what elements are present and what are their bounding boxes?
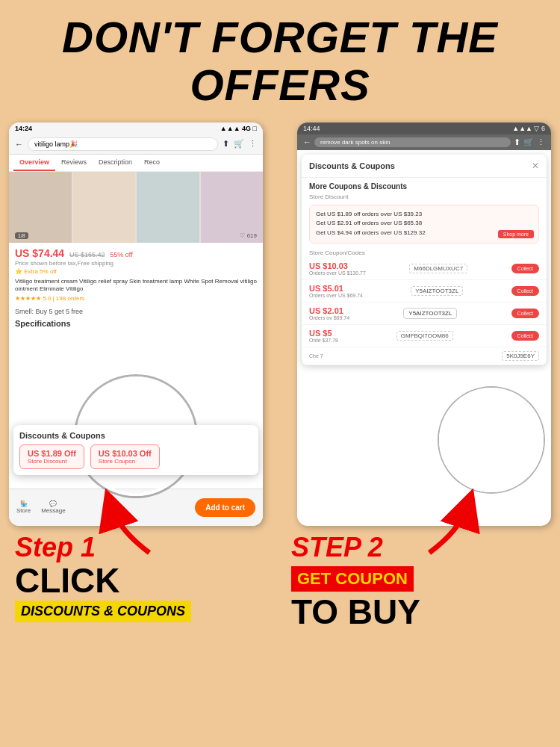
discount-pill-2[interactable]: US $10.03 Off Store Coupon	[90, 444, 160, 469]
phone2-signal: ▲▲▲ ▽ 6	[512, 125, 545, 132]
share-icon[interactable]: ⬆	[223, 139, 229, 149]
coupon4-condition: Orde $37.78	[309, 338, 338, 343]
discount2-amount: US $10.03 Off	[99, 449, 152, 458]
modal-close-icon[interactable]: ✕	[532, 161, 539, 171]
product-desc: Vitiligo treatment cream Vitiligo relief…	[15, 278, 257, 294]
img-week1	[73, 172, 136, 243]
product-price: US $74.44	[15, 247, 64, 259]
step2-sub: TO BUY	[291, 592, 545, 632]
discount-row-1: Get US $1.89 off orders over US $39.23	[316, 210, 532, 220]
discount-popup[interactable]: Discounts & Coupons US $1.89 Off Store D…	[13, 425, 258, 475]
product-price-orig: US $165.42	[69, 251, 105, 258]
coupon-row-2: US $5.01 Orders over US $69.74 Y5AIZTOOT…	[302, 280, 547, 303]
heart-count: ♡ 619	[240, 232, 257, 239]
phone2-searchbar: ← remove dark spots on skin ⬆ 🛒 ⋮	[297, 134, 551, 150]
phone1-time: 14:24	[15, 125, 32, 132]
phone1-nav: Overview Reviews Description Reco	[9, 155, 263, 172]
phone2-mockup: 14:44 ▲▲▲ ▽ 6 ← remove dark spots on ski…	[297, 123, 551, 526]
phone2-search-pill[interactable]: remove dark spots on skin	[314, 137, 511, 147]
search-pill[interactable]: vitiligo lamp🎉	[28, 137, 218, 151]
spec-label: Specifications	[9, 317, 263, 330]
phone1-status-bar: 14:24 ▲▲▲ 4G □	[9, 123, 263, 134]
coupon2-condition: Orders over US $69.74	[309, 293, 363, 298]
headline: DON'T FORGET THE OFFERS	[0, 0, 560, 117]
coupon1-collect-button[interactable]: Collect	[511, 264, 539, 273]
product-shipping: Price shown before tax,Free shipping	[15, 260, 257, 267]
store-discount-box: Get US $1.89 off orders over US $39.23 G…	[309, 205, 539, 244]
coupon2-code: Y5AIZTOOT3ZL	[411, 286, 463, 296]
coupon2-collect-button[interactable]: Collect	[511, 286, 539, 296]
coupon1-amount: US $10.03	[309, 261, 366, 270]
modal-title: Discounts & Coupons	[309, 161, 395, 170]
discount1-type: Store Discount	[28, 458, 76, 465]
phone2-cart-icon[interactable]: 🛒	[523, 137, 534, 147]
shop-more-button[interactable]: Shop more	[498, 230, 534, 238]
phone2-menu-icon[interactable]: ⋮	[537, 137, 545, 147]
coupon3-code: Y5AIZTOOT3ZL	[403, 308, 457, 319]
tab-description[interactable]: Description	[93, 155, 138, 171]
coupon3-condition: Orders ov $69.74	[309, 315, 349, 320]
img-counter: 1/8	[15, 232, 28, 239]
coupon5-code: 5K0J9E6Y	[502, 351, 539, 361]
phone2-share-icon[interactable]: ⬆	[514, 137, 520, 147]
red-arrow-1	[82, 471, 172, 560]
back-icon[interactable]: ←	[15, 140, 23, 149]
coupon-section-label: Store Coupon/Codes	[302, 247, 547, 258]
store-discount-label: Store Discount	[302, 192, 547, 202]
phones-row: 14:24 ▲▲▲ 4G □ ← vitiligo lamp🎉 ⬆ 🛒 ⋮ Ov…	[0, 123, 560, 526]
coupon-row-3: US $2.01 Orders ov $69.74 Y5AIZTOOT3ZL C…	[302, 303, 547, 325]
phone1-mockup: 14:24 ▲▲▲ 4G □ ← vitiligo lamp🎉 ⬆ 🛒 ⋮ Ov…	[9, 123, 263, 526]
red-arrow-2	[407, 471, 497, 560]
phone2-back-icon[interactable]: ←	[303, 137, 311, 146]
buy-label: Smell: Buy 5 get 5 free	[9, 306, 263, 317]
phone1-signal: ▲▲▲ 4G □	[220, 125, 257, 132]
discount1-amount: US $1.89 Off	[28, 449, 76, 458]
coupon5-condition: Che 7	[309, 353, 323, 359]
coupon-row-1: US $10.03 Orders over US $130.77 M66DLGM…	[302, 258, 547, 280]
discount-row-2: Get US $2.91 off orders over US $65.38	[316, 219, 532, 229]
discount2-type: Store Coupon	[99, 458, 152, 465]
discount-popup-title: Discounts & Coupons	[19, 431, 252, 440]
step1-tag: DISCOUNTS & COUPONS	[15, 601, 191, 622]
coupon-row-5: Che 7 5K0J9E6Y	[302, 347, 547, 365]
cart-icon[interactable]: 🛒	[234, 139, 244, 149]
coupon3-collect-button[interactable]: Collect	[511, 309, 539, 318]
coupon4-collect-button[interactable]: Collect	[511, 331, 539, 341]
discount-modal: Discounts & Coupons ✕ More Coupons & Dis…	[302, 155, 547, 365]
discount-pill-1[interactable]: US $1.89 Off Store Discount	[19, 444, 84, 469]
coupon3-amount: US $2.01	[309, 306, 349, 315]
message-icon-label[interactable]: 💬 Message	[41, 500, 65, 514]
add-to-cart-button[interactable]: Add to cart	[195, 498, 255, 517]
coupon4-code: GMFBQI7OOM86	[396, 331, 453, 341]
coupon1-condition: Orders over US $130.77	[309, 270, 366, 276]
coupon1-code: M66DLGMUXUC7	[409, 264, 467, 273]
store-icon-label[interactable]: 🏪 Store	[16, 500, 31, 514]
coupon4-amount: US $5	[309, 329, 338, 338]
tab-overview[interactable]: Overview	[13, 155, 55, 171]
coupon2-amount: US $5.01	[309, 284, 363, 293]
modal-header: Discounts & Coupons ✕	[302, 155, 547, 178]
product-images: 1/8 ♡ 619	[9, 172, 263, 243]
tab-reco[interactable]: Reco	[138, 155, 166, 171]
step2-action-box: GET COUPON	[291, 566, 414, 592]
discount-pills: US $1.89 Off Store Discount US $10.03 Of…	[19, 444, 252, 469]
phone2-time: 14:44	[303, 125, 320, 132]
phone2-status-bar: 14:44 ▲▲▲ ▽ 6	[297, 123, 551, 134]
img-week2	[137, 172, 199, 243]
modal-subtitle: More Coupons & Discounts	[302, 178, 547, 192]
extra-off: ⭐ Extra 5% off	[15, 268, 257, 275]
phone1-searchbar: ← vitiligo lamp🎉 ⬆ 🛒 ⋮	[9, 134, 263, 155]
step1-action: CLICK	[15, 563, 269, 598]
coupon-row-4: US $5 Orde $37.78 GMFBQI7OOM86 Collect	[302, 325, 547, 347]
product-off: 55% off	[110, 251, 132, 258]
product-info: US $74.44 US $165.42 55% off Price shown…	[9, 243, 263, 307]
product-stars: ★★★★★ 5.0 | 198 orders	[15, 295, 257, 302]
menu-icon[interactable]: ⋮	[249, 139, 257, 149]
tab-reviews[interactable]: Reviews	[55, 155, 93, 171]
bottom-icons: 🏪 Store 💬 Message	[16, 500, 66, 514]
